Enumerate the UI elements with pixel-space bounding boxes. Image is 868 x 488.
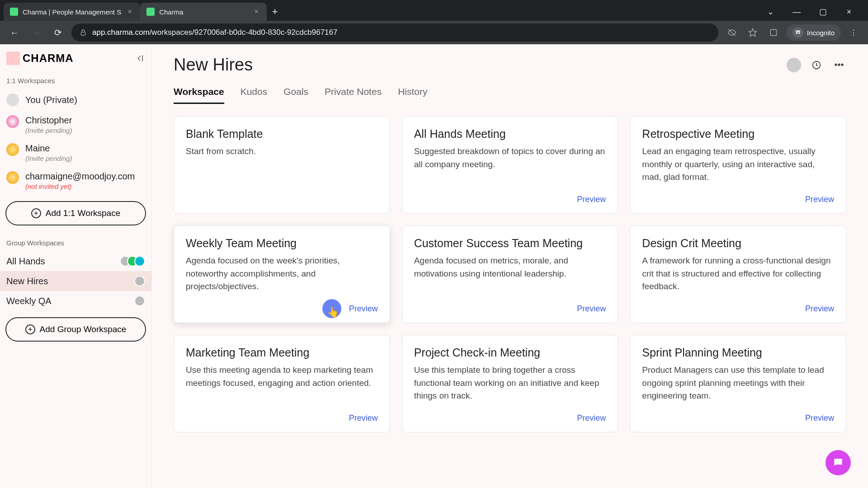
template-card-blank[interactable]: Blank Template Start from scratch.: [174, 116, 390, 214]
sidebar-item-all-hands[interactable]: All Hands: [0, 251, 151, 271]
sidebar-item-weekly-qa[interactable]: Weekly QA: [0, 291, 151, 311]
add-11-label: Add 1:1 Workspace: [46, 208, 120, 218]
reload-button[interactable]: ⟳: [50, 24, 66, 41]
tab-workspace[interactable]: Workspace: [174, 86, 224, 104]
tab-history[interactable]: History: [398, 86, 427, 104]
tab-bar: Charma | People Management S × Charma × …: [0, 0, 868, 21]
sidebar-item-you-private[interactable]: You (Private): [0, 89, 151, 111]
avatar-stack: [138, 296, 145, 306]
forward-button[interactable]: →: [28, 24, 44, 41]
preview-link[interactable]: Preview: [349, 413, 378, 423]
card-title: Customer Success Team Meeting: [414, 237, 606, 250]
close-icon[interactable]: ×: [126, 8, 134, 16]
tab-kudos[interactable]: Kudos: [241, 86, 268, 104]
svg-rect-0: [81, 32, 85, 35]
sidebar-section-group: Group Workspaces: [0, 236, 151, 251]
preview-link[interactable]: Preview: [577, 195, 606, 204]
browser-tab-0[interactable]: Charma | People Management S ×: [4, 3, 140, 21]
sidebar-item-charmaigne[interactable]: charmaigne@moodjoy.com (not invited yet): [0, 167, 151, 195]
avatar: [6, 171, 19, 184]
sidebar: CHARMA 1:1 Workspaces You (Private) Chri…: [0, 44, 152, 488]
card-desc: Use this meeting agenda to keep marketin…: [186, 364, 378, 389]
eye-off-icon[interactable]: [724, 24, 740, 41]
add-group-workspace-button[interactable]: + Add Group Workspace: [5, 317, 146, 342]
logo-icon: [6, 52, 20, 65]
address-bar: ← → ⟳ app.charma.com/workspaces/927006af…: [0, 21, 868, 44]
plus-circle-icon: +: [31, 208, 41, 218]
url-input[interactable]: app.charma.com/workspaces/927006af-b0dc-…: [71, 23, 718, 42]
card-title: Blank Template: [186, 127, 378, 141]
browser-tab-1[interactable]: Charma ×: [140, 3, 267, 21]
favicon-icon: [10, 8, 18, 16]
card-desc: Start from scratch.: [186, 145, 378, 158]
svg-point-5: [798, 32, 800, 34]
template-card-project-checkin[interactable]: Project Check-in Meeting Use this templa…: [402, 335, 618, 432]
close-window-button[interactable]: ×: [839, 4, 859, 20]
tab-title: Charma | People Management S: [23, 8, 121, 16]
preview-link[interactable]: Preview: [577, 413, 606, 423]
template-card-weekly-team[interactable]: Weekly Team Meeting Agenda focused on th…: [174, 225, 390, 323]
tab-goals[interactable]: Goals: [283, 86, 308, 104]
incognito-label: Incognito: [807, 29, 835, 37]
clock-icon[interactable]: [809, 58, 824, 72]
maximize-button[interactable]: ▢: [813, 4, 833, 20]
sidebar-section-11: 1:1 Workspaces: [0, 74, 151, 89]
main-content: New Hires ••• Workspace Kudos Goals Priv…: [152, 44, 868, 488]
svg-rect-3: [770, 29, 776, 35]
svg-point-4: [796, 32, 797, 34]
preview-link[interactable]: Preview: [805, 304, 834, 314]
preview-link[interactable]: Preview: [577, 304, 606, 314]
plus-circle-icon: +: [25, 324, 35, 334]
more-icon[interactable]: •••: [832, 58, 846, 72]
template-card-retrospective[interactable]: Retrospective Meeting Lead an engaging t…: [630, 116, 846, 214]
page-title: New Hires: [174, 55, 253, 75]
preview-link[interactable]: Preview: [805, 413, 834, 423]
sidebar-item-christopher[interactable]: Christopher (Invite pending): [0, 111, 151, 139]
sidebar-item-sublabel: (Invite pending): [25, 155, 145, 162]
chevron-down-icon[interactable]: ⌄: [760, 4, 780, 20]
preview-link[interactable]: Preview: [349, 304, 378, 314]
window-controls: ⌄ — ▢ ×: [760, 4, 864, 20]
card-desc: Lead an engaging team retrospective, usu…: [642, 145, 834, 184]
tab-private-notes[interactable]: Private Notes: [325, 86, 382, 104]
svg-marker-2: [749, 29, 757, 37]
card-desc: Agenda focused on metrics, morale, and m…: [414, 254, 606, 280]
tab-title: Charma: [159, 8, 248, 16]
avatar[interactable]: [787, 58, 801, 72]
card-desc: A framework for running a cross-function…: [642, 254, 834, 293]
incognito-icon: [793, 27, 803, 38]
logo[interactable]: CHARMA: [6, 52, 74, 65]
template-card-customer-success[interactable]: Customer Success Team Meeting Agenda foc…: [402, 225, 618, 323]
app: CHARMA 1:1 Workspaces You (Private) Chri…: [0, 44, 868, 488]
new-tab-button[interactable]: +: [267, 4, 283, 20]
sidebar-item-label: charmaigne@moodjoy.com: [25, 171, 145, 182]
template-grid: Blank Template Start from scratch. All H…: [174, 116, 846, 432]
template-card-marketing[interactable]: Marketing Team Meeting Use this meeting …: [174, 335, 390, 432]
add-11-workspace-button[interactable]: + Add 1:1 Workspace: [5, 201, 146, 225]
preview-link[interactable]: Preview: [805, 195, 834, 204]
card-desc: Suggested breakdown of topics to cover d…: [414, 145, 606, 171]
card-title: Design Crit Meeting: [642, 237, 834, 250]
chat-fab[interactable]: [826, 450, 851, 475]
sidebar-item-label: New Hires: [6, 276, 132, 286]
collapse-sidebar-button[interactable]: [136, 54, 145, 63]
sidebar-item-label: Christopher: [25, 115, 145, 126]
star-icon[interactable]: [745, 24, 761, 41]
sidebar-item-new-hires[interactable]: New Hires: [0, 271, 151, 291]
close-icon[interactable]: ×: [252, 8, 260, 16]
template-card-all-hands[interactable]: All Hands Meeting Suggested breakdown of…: [402, 116, 618, 214]
tabs: Workspace Kudos Goals Private Notes Hist…: [174, 86, 846, 104]
back-button[interactable]: ←: [6, 24, 23, 41]
minimize-button[interactable]: —: [787, 4, 807, 20]
card-title: Weekly Team Meeting: [186, 237, 378, 250]
incognito-badge[interactable]: Incognito: [786, 24, 841, 41]
avatar-stack: [123, 256, 145, 267]
sidebar-item-label: You (Private): [25, 95, 145, 105]
card-title: Marketing Team Meeting: [186, 346, 378, 359]
menu-icon[interactable]: ⋮: [845, 24, 862, 41]
extensions-icon[interactable]: [765, 24, 782, 41]
template-card-sprint-planning[interactable]: Sprint Planning Meeting Product Managers…: [630, 335, 846, 432]
template-card-design-crit[interactable]: Design Crit Meeting A framework for runn…: [630, 225, 846, 323]
avatar: [6, 94, 19, 106]
sidebar-item-maine[interactable]: Maine (Invite pending): [0, 139, 151, 167]
